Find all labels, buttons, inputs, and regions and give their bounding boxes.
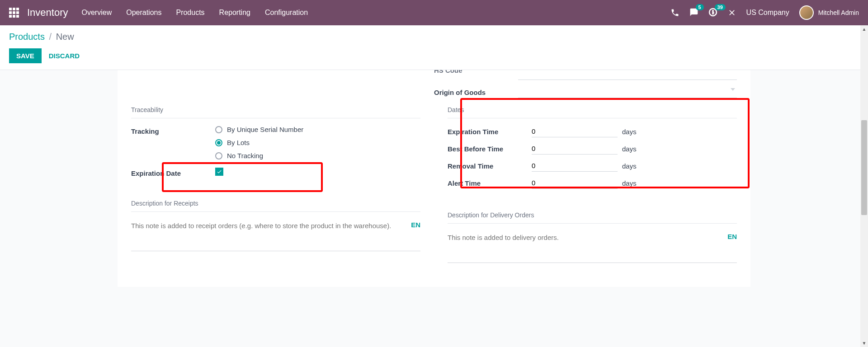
origin-label: Origin of Goods: [434, 89, 518, 96]
check-icon: [217, 169, 222, 174]
radio-label: No Tracking: [227, 152, 263, 159]
tracking-label: Tracking: [131, 126, 215, 135]
nav-configuration[interactable]: Configuration: [265, 9, 308, 17]
hs-code-label: HS Code: [434, 70, 462, 74]
desc-delivery-textarea[interactable]: [448, 231, 737, 263]
apps-icon[interactable]: [9, 8, 19, 18]
chevron-down-icon[interactable]: [731, 88, 735, 91]
nav-products[interactable]: Products: [176, 9, 204, 17]
discard-button[interactable]: DISCARD: [49, 52, 80, 60]
desc-receipts-textarea[interactable]: [131, 219, 420, 251]
phone-icon[interactable]: [670, 8, 679, 17]
removal-time-input[interactable]: [532, 160, 618, 172]
scrollbar-thumb[interactable]: [861, 120, 867, 215]
tracking-none-radio[interactable]: No Tracking: [215, 152, 420, 159]
divider: [131, 118, 420, 118]
radio-icon: [215, 126, 222, 133]
best-before-time-input[interactable]: [532, 143, 618, 155]
tracking-lots-radio[interactable]: By Lots: [215, 139, 420, 146]
save-button[interactable]: SAVE: [9, 48, 42, 63]
form-sheet: HS Code Origin of Goods Traceability: [118, 70, 750, 287]
alert-time-input[interactable]: [532, 177, 618, 189]
company-selector[interactable]: US Company: [746, 9, 789, 17]
nav-operations[interactable]: Operations: [126, 9, 161, 17]
expiration-time-input[interactable]: [532, 126, 618, 137]
radio-icon: [215, 152, 222, 159]
dates-title: Dates: [448, 106, 737, 113]
nav-overview[interactable]: Overview: [82, 9, 112, 17]
radio-label: By Unique Serial Number: [227, 126, 303, 133]
expiration-date-checkbox[interactable]: [215, 168, 223, 176]
expiration-date-label: Expiration Date: [131, 168, 215, 177]
radio-label: By Lots: [227, 139, 250, 146]
breadcrumb-current: New: [56, 32, 74, 42]
top-navbar: Inventory Overview Operations Products R…: [0, 0, 868, 25]
traceability-title: Traceability: [131, 106, 420, 113]
user-menu[interactable]: Mitchell Admin: [799, 5, 859, 20]
activity-icon[interactable]: 39: [708, 8, 717, 18]
tracking-serial-radio[interactable]: By Unique Serial Number: [215, 126, 420, 133]
days-unit: days: [622, 162, 637, 170]
desc-receipts-title: Description for Receipts: [131, 200, 420, 207]
avatar: [799, 5, 814, 20]
days-unit: days: [622, 128, 637, 136]
messaging-icon[interactable]: 5: [689, 8, 698, 18]
activity-badge: 39: [715, 4, 726, 10]
removal-time-label: Removal Time: [448, 162, 532, 170]
days-unit: days: [622, 179, 637, 187]
breadcrumb-separator: /: [49, 32, 52, 42]
divider: [448, 118, 737, 118]
hs-code-input[interactable]: [518, 68, 737, 80]
breadcrumb-products[interactable]: Products: [9, 32, 45, 42]
app-brand[interactable]: Inventory: [27, 7, 68, 19]
breadcrumb: Products / New: [9, 32, 859, 42]
origin-input[interactable]: [518, 86, 737, 98]
alert-time-label: Alert Time: [448, 179, 532, 187]
scroll-up-arrow[interactable]: ▲: [860, 25, 868, 33]
lang-button[interactable]: EN: [727, 233, 737, 240]
divider: [131, 211, 420, 212]
radio-icon: [215, 139, 222, 146]
close-icon[interactable]: [727, 8, 736, 17]
control-panel: Products / New SAVE DISCARD: [0, 25, 868, 70]
scrollbar[interactable]: ▲ ▼: [860, 25, 868, 287]
desc-delivery-title: Description for Delivery Orders: [448, 211, 737, 219]
lang-button[interactable]: EN: [411, 221, 420, 229]
days-unit: days: [622, 145, 637, 153]
divider: [448, 223, 737, 224]
messaging-badge: 5: [696, 4, 704, 10]
nav-reporting[interactable]: Reporting: [219, 9, 250, 17]
user-name: Mitchell Admin: [818, 9, 859, 16]
expiration-time-label: Expiration Time: [448, 128, 532, 136]
best-before-time-label: Best Before Time: [448, 145, 532, 153]
